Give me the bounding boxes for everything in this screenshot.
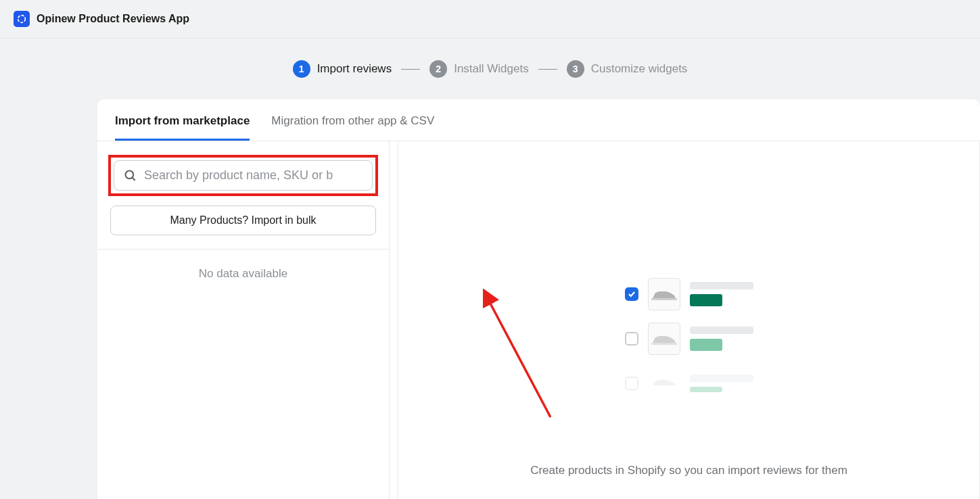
bars-graphic [690, 327, 753, 351]
search-wrapper[interactable] [114, 160, 373, 191]
search-input[interactable] [144, 168, 363, 183]
svg-point-1 [126, 170, 134, 179]
bars-graphic [690, 375, 753, 392]
step-label: Customize widgets [591, 62, 688, 76]
no-data-message: No data available [97, 249, 389, 298]
search-section: Many Products? Import in bulk [97, 141, 389, 249]
step-number: 2 [429, 60, 447, 78]
empty-state-message: Create products in Shopify so you can im… [530, 464, 847, 477]
tab-migration[interactable]: Migration from other app & CSV [271, 99, 434, 141]
step-install-widgets[interactable]: 2 Install Widgets [429, 60, 529, 78]
product-list-graphic [625, 278, 753, 400]
stepper: 1 Import reviews 2 Install Widgets 3 Cus… [0, 39, 980, 94]
step-customize-widgets[interactable]: 3 Customize widgets [567, 60, 688, 78]
bars-graphic [690, 282, 753, 306]
product-item-graphic [625, 323, 753, 355]
product-thumb [648, 323, 680, 355]
step-label: Install Widgets [454, 62, 529, 76]
app-logo-icon [14, 11, 30, 27]
step-import-reviews[interactable]: 1 Import reviews [293, 60, 392, 78]
tab-import-marketplace[interactable]: Import from marketplace [115, 99, 250, 141]
checkbox-icon [625, 377, 638, 390]
empty-state-illustration: Create products in Shopify so you can im… [398, 143, 979, 477]
step-number: 1 [293, 60, 310, 78]
checkbox-icon [625, 287, 638, 301]
content-split: Many Products? Import in bulk No data av… [97, 141, 980, 499]
product-thumb [648, 278, 680, 310]
step-divider [538, 69, 557, 70]
app-title: Opinew Product Reviews App [37, 13, 189, 25]
left-panel: Many Products? Import in bulk No data av… [97, 141, 390, 499]
app-header: Opinew Product Reviews App [0, 0, 980, 39]
checkbox-icon [625, 332, 638, 346]
product-item-graphic [625, 367, 753, 400]
right-panel: Create products in Shopify so you can im… [398, 143, 980, 499]
product-thumb [648, 367, 680, 400]
svg-line-2 [133, 177, 135, 180]
product-item-graphic [625, 278, 753, 310]
bulk-import-button[interactable]: Many Products? Import in bulk [110, 206, 376, 235]
step-label: Import reviews [317, 62, 392, 76]
step-number: 3 [567, 60, 584, 78]
svg-point-0 [18, 16, 26, 23]
search-icon [124, 169, 137, 183]
highlight-annotation [108, 155, 378, 196]
main-card: Import from marketplace Migration from o… [97, 99, 980, 499]
tabs: Import from marketplace Migration from o… [97, 99, 980, 141]
step-divider [401, 69, 420, 70]
